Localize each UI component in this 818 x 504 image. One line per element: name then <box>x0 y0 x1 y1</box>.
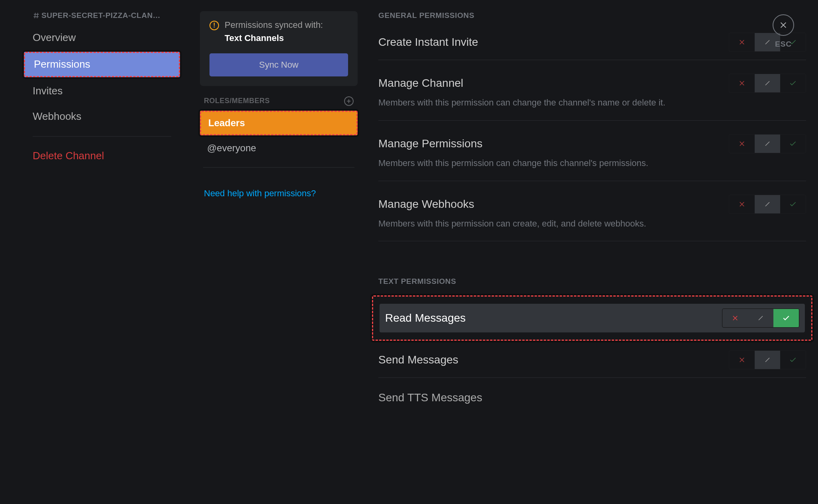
close-button[interactable] <box>773 14 794 36</box>
section-text-permissions: TEXT PERMISSIONS <box>378 277 806 286</box>
perm-title: Send TTS Messages <box>378 391 482 404</box>
allow-button[interactable] <box>780 351 806 369</box>
perm-title: Send Messages <box>378 354 458 366</box>
perm-row-manage-channel: Manage Channel <box>378 72 806 96</box>
perm-toggle <box>729 33 806 52</box>
perm-divider <box>378 377 806 378</box>
perm-row-send-tts: Send TTS Messages <box>378 390 806 412</box>
role-item-leaders[interactable]: Leaders <box>200 111 358 135</box>
permissions-help-link[interactable]: Need help with permissions? <box>200 185 320 202</box>
roles-header: ROLES/MEMBERS + <box>200 96 358 106</box>
highlight-read-messages: Read Messages <box>372 295 812 341</box>
neutral-button[interactable] <box>755 74 780 92</box>
sync-card: ! Permissions synced with: Text Channels… <box>200 11 358 86</box>
sidebar-item-invites[interactable]: Invites <box>24 80 180 103</box>
perm-row-read-messages: Read Messages <box>380 304 805 332</box>
deny-button[interactable] <box>729 195 755 213</box>
deny-button[interactable] <box>729 351 755 369</box>
perm-row-manage-webhooks: Manage Webhooks <box>378 193 806 217</box>
warning-icon: ! <box>209 21 219 30</box>
perm-row-manage-permissions: Manage Permissions <box>378 133 806 156</box>
perm-title: Manage Channel <box>378 77 463 90</box>
allow-button[interactable] <box>780 135 806 153</box>
roles-header-label: ROLES/MEMBERS <box>204 97 270 105</box>
section-general-permissions: GENERAL PERMISSIONS <box>378 11 806 20</box>
perm-title: Manage Webhooks <box>378 198 474 211</box>
sidebar-item-webhooks[interactable]: Webhooks <box>24 105 180 128</box>
perm-row-create-invite: Create Instant Invite <box>378 31 806 60</box>
sidebar-item-overview[interactable]: Overview <box>24 26 180 49</box>
esc-label: ESC <box>773 40 794 49</box>
perm-toggle <box>729 74 806 93</box>
perm-divider <box>378 60 806 60</box>
roles-divider <box>203 167 354 168</box>
perm-row-send-messages: Send Messages <box>378 349 806 377</box>
close-panel: ESC <box>773 14 794 49</box>
neutral-button[interactable] <box>755 135 780 153</box>
sidebar-item-permissions[interactable]: Permissions <box>24 52 180 77</box>
allow-button[interactable] <box>780 195 806 213</box>
deny-button[interactable] <box>729 135 755 153</box>
permissions-panel: GENERAL PERMISSIONS Create Instant Invit… <box>366 0 818 504</box>
perm-toggle <box>722 309 799 328</box>
hash-icon <box>33 12 40 19</box>
sync-target: Text Channels <box>225 32 323 45</box>
allow-button[interactable] <box>773 309 799 327</box>
perm-title: Read Messages <box>385 312 466 324</box>
role-item-everyone[interactable]: @everyone <box>200 137 358 159</box>
perm-toggle <box>729 134 806 153</box>
channel-title: SUPER-SECRET-PIZZA-CLAN… <box>24 11 180 20</box>
deny-button[interactable] <box>729 33 755 51</box>
neutral-button[interactable] <box>748 309 773 327</box>
sync-now-button[interactable]: Sync Now <box>209 53 348 76</box>
perm-description: Members with this permission can change … <box>378 96 806 120</box>
neutral-button[interactable] <box>755 195 780 213</box>
sidebar-divider <box>33 136 171 137</box>
close-icon <box>779 21 788 29</box>
perm-divider <box>378 241 806 241</box>
neutral-button[interactable] <box>755 351 780 369</box>
channel-title-text: SUPER-SECRET-PIZZA-CLAN… <box>41 11 160 20</box>
perm-divider <box>378 120 806 121</box>
perm-toggle <box>729 195 806 214</box>
sync-line1: Permissions synced with: <box>225 20 323 30</box>
deny-button[interactable] <box>729 74 755 92</box>
perm-title: Create Instant Invite <box>378 36 478 49</box>
perm-title: Manage Permissions <box>378 137 482 150</box>
deny-button[interactable] <box>722 309 748 327</box>
perm-description: Members with this permission can change … <box>378 156 806 181</box>
perm-description: Members with this permission can create,… <box>378 217 806 241</box>
settings-sidebar: SUPER-SECRET-PIZZA-CLAN… Overview Permis… <box>0 0 191 504</box>
perm-toggle <box>729 350 806 369</box>
allow-button[interactable] <box>780 74 806 92</box>
roles-column: ! Permissions synced with: Text Channels… <box>191 0 366 504</box>
add-role-button[interactable]: + <box>344 96 354 106</box>
perm-divider <box>378 181 806 181</box>
sidebar-item-delete-channel[interactable]: Delete Channel <box>24 145 180 168</box>
